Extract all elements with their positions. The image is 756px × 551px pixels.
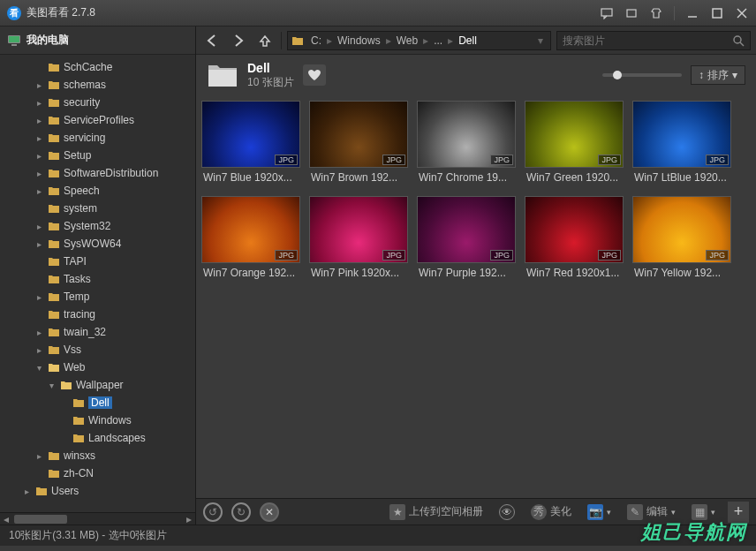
thumbnail-item[interactable]: JPGWin7 Red 1920x1... [525, 196, 624, 283]
expand-icon[interactable]: ▸ [37, 80, 46, 90]
thumbnail-grid[interactable]: JPGWin7 Blue 1920x...JPGWin7 Brown 192..… [196, 95, 756, 498]
forward-button[interactable] [228, 30, 249, 51]
crumb-ellipsis[interactable]: ... [430, 34, 446, 47]
crumb-web[interactable]: Web [393, 34, 421, 47]
tree-item-schemas[interactable]: ▸schemas [0, 76, 195, 94]
expand-icon[interactable]: ▸ [37, 151, 46, 161]
thumbnail-image[interactable]: JPG [201, 101, 300, 168]
minimize-button[interactable] [685, 6, 699, 20]
tree-item-security[interactable]: ▸security [0, 94, 195, 111]
thumbnail-image[interactable]: JPG [632, 101, 731, 168]
thumbnail-item[interactable]: JPGWin7 Blue 1920x... [201, 101, 300, 187]
thumbnail-image[interactable]: JPG [525, 101, 624, 168]
thumbnail-image[interactable]: JPG [525, 196, 624, 263]
scroll-left-icon[interactable]: ◂ [0, 513, 12, 525]
tree-item-system32[interactable]: ▸System32 [0, 217, 195, 235]
tree-item-schcache[interactable]: SchCache [0, 58, 195, 76]
expand-icon[interactable]: ▸ [37, 451, 46, 461]
thumbnail-item[interactable]: JPGWin7 Green 1920... [525, 101, 624, 187]
tree-item-winsxs[interactable]: ▸winsxs [0, 447, 195, 464]
back-button[interactable] [201, 30, 223, 51]
expand-icon[interactable]: ▸ [37, 133, 46, 143]
tree-item-system[interactable]: system [0, 200, 195, 217]
rotate-cw-button[interactable]: ↻ [231, 502, 251, 522]
beautify-button[interactable]: 秀 美化 [527, 504, 575, 520]
expand-icon[interactable]: ▸ [37, 222, 46, 231]
expand-icon[interactable]: ▾ [37, 363, 46, 373]
tree-item-temp[interactable]: ▸Temp [0, 288, 195, 306]
expand-icon[interactable]: ▸ [37, 239, 46, 249]
tree-item-vss[interactable]: ▸Vss [0, 341, 195, 359]
tree-item-softwaredistribution[interactable]: ▸SoftwareDistribution [0, 164, 195, 182]
expand-icon[interactable]: ▸ [37, 98, 46, 108]
tree-item-setup[interactable]: ▸Setup [0, 147, 195, 164]
breadcrumb[interactable]: C:▸ Windows▸ Web▸ ...▸ Dell ▾ [287, 31, 551, 50]
tree-item-dell[interactable]: Dell [0, 394, 195, 411]
close-button[interactable] [735, 6, 749, 20]
thumbnail-image[interactable]: JPG [417, 101, 516, 168]
thumbnail-item[interactable]: JPGWin7 Purple 192... [417, 196, 516, 283]
tree-item-web[interactable]: ▾Web [0, 359, 195, 376]
thumbnail-item[interactable]: JPGWin7 Yellow 192... [632, 196, 731, 283]
maximize-button[interactable] [710, 6, 724, 20]
edit-button[interactable]: ✎ 编辑 ▾ [624, 504, 679, 520]
thumbnail-item[interactable]: JPGWin7 LtBlue 1920... [632, 101, 731, 187]
tree-item-twain_32[interactable]: ▸twain_32 [0, 323, 195, 341]
expand-icon[interactable]: ▸ [25, 487, 34, 496]
tree-item-tapi[interactable]: TAPI [0, 253, 195, 270]
add-button[interactable]: + [728, 502, 749, 523]
scroll-right-icon[interactable]: ▸ [183, 513, 195, 525]
chat-icon[interactable] [600, 6, 614, 20]
tree-item-tracing[interactable]: tracing [0, 306, 195, 323]
crumb-c[interactable]: C: [307, 34, 325, 47]
thumbnail-image[interactable]: JPG [309, 101, 408, 168]
crumb-windows[interactable]: Windows [334, 34, 384, 47]
up-button[interactable] [254, 30, 276, 51]
favorite-button[interactable] [303, 64, 326, 86]
skin-icon[interactable] [649, 6, 663, 20]
slideshow-button[interactable]: ▦ ▾ [688, 504, 719, 520]
expand-icon[interactable]: ▸ [37, 186, 46, 196]
upload-button[interactable]: ★ 上传到空间相册 [386, 504, 487, 520]
tree-item-speech[interactable]: ▸Speech [0, 182, 195, 200]
slider-handle[interactable] [613, 71, 622, 79]
expand-icon[interactable]: ▸ [37, 345, 46, 355]
expand-icon[interactable]: ▸ [37, 292, 46, 302]
tree-item-wallpaper[interactable]: ▾Wallpaper [0, 376, 195, 394]
crumb-dell[interactable]: Dell [455, 34, 480, 47]
rotate-ccw-button[interactable]: ↺ [203, 502, 223, 522]
search-input[interactable] [563, 34, 732, 47]
expand-icon[interactable]: ▸ [37, 328, 46, 337]
thumbnail-item[interactable]: JPGWin7 Chrome 19... [417, 101, 516, 187]
tree-item-servicing[interactable]: ▸servicing [0, 129, 195, 147]
search-box[interactable] [556, 31, 751, 50]
sort-button[interactable]: ↕ 排序 ▾ [691, 65, 745, 85]
screenshot-button[interactable]: 📷 ▾ [584, 504, 615, 520]
tree-item-windows[interactable]: Windows [0, 411, 195, 429]
weibo-button[interactable]: 👁 [495, 504, 518, 520]
scroll-thumb[interactable] [14, 515, 67, 524]
thumbnail-size-slider[interactable] [602, 73, 682, 77]
tree-item-serviceprofiles[interactable]: ▸ServiceProfiles [0, 111, 195, 129]
expand-icon[interactable]: ▸ [37, 169, 46, 178]
breadcrumb-dropdown-icon[interactable]: ▾ [534, 34, 547, 47]
thumbnail-image[interactable]: JPG [417, 196, 516, 263]
tree-item-tasks[interactable]: Tasks [0, 270, 195, 288]
thumbnail-item[interactable]: JPGWin7 Pink 1920x... [309, 196, 408, 283]
expand-icon[interactable]: ▾ [49, 381, 58, 390]
tree-item-users[interactable]: ▸Users [0, 482, 195, 500]
thumbnail-image[interactable]: JPG [309, 196, 408, 263]
thumbnail-item[interactable]: JPGWin7 Orange 192... [201, 196, 300, 283]
thumbnail-image[interactable]: JPG [201, 196, 300, 263]
folder-tree[interactable]: SchCache▸schemas▸security▸ServiceProfile… [0, 55, 195, 512]
thumbnail-image[interactable]: JPG [632, 196, 731, 263]
tree-item-landscapes[interactable]: Landscapes [0, 429, 195, 447]
delete-button[interactable]: ✕ [260, 502, 279, 522]
sidebar-scrollbar[interactable]: ◂ ▸ [0, 512, 195, 525]
notify-icon[interactable] [624, 6, 639, 20]
tree-item-syswow64[interactable]: ▸SysWOW64 [0, 235, 195, 253]
search-icon[interactable] [732, 34, 745, 47]
tree-item-zh-cn[interactable]: zh-CN [0, 464, 195, 482]
expand-icon[interactable]: ▸ [37, 116, 46, 125]
thumbnail-item[interactable]: JPGWin7 Brown 192... [309, 101, 408, 187]
